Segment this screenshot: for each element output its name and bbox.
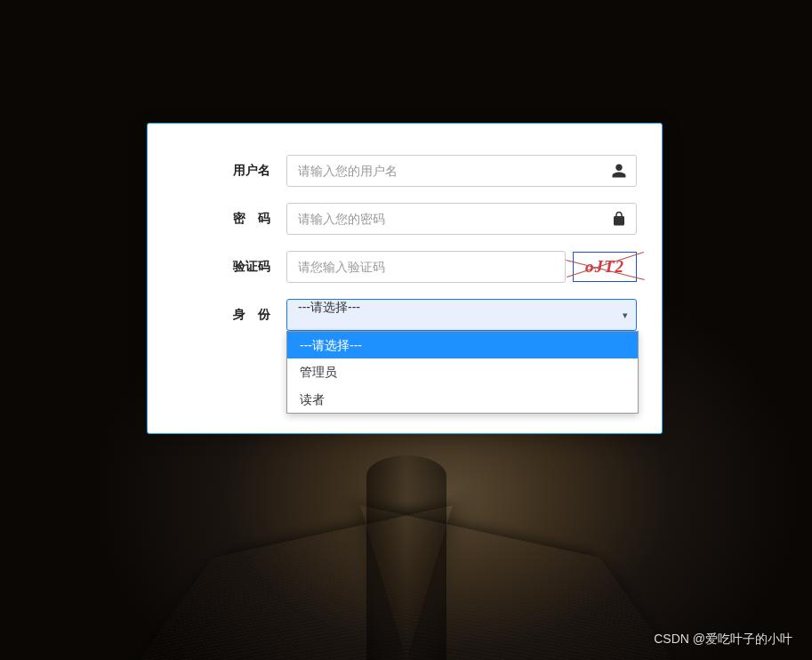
captcha-input[interactable] [286,251,566,283]
role-option-placeholder[interactable]: ---请选择--- [287,332,638,358]
book-spine [366,455,446,660]
role-dropdown: ---请选择--- 管理员 读者 [286,331,639,414]
captcha-wrap: oJT2 [286,251,637,283]
captcha-row: 验证码 oJT2 [173,251,637,283]
username-input-wrap [286,155,637,187]
captcha-label: 验证码 [173,259,286,275]
username-label: 用户名 [173,163,286,179]
password-input-wrap [286,203,637,235]
username-input[interactable] [286,155,637,187]
watermark: CSDN @爱吃叶子的小叶 [654,632,792,648]
password-label: 密 码 [173,211,286,227]
password-input[interactable] [286,203,637,235]
role-select[interactable]: ---请选择--- [286,299,637,331]
user-icon [610,162,628,180]
password-row: 密 码 [173,203,637,235]
role-option-reader[interactable]: 读者 [287,386,638,413]
login-panel: 用户名 密 码 验证码 o [147,123,663,434]
role-select-wrap: ---请选择--- ▾ ---请选择--- 管理员 读者 [286,299,637,331]
username-row: 用户名 [173,155,637,187]
lock-icon [610,210,628,228]
captcha-image[interactable]: oJT2 [573,252,637,282]
role-option-admin[interactable]: 管理员 [287,358,638,385]
role-row: 身 份 ---请选择--- ▾ ---请选择--- 管理员 读者 [173,299,637,331]
role-label: 身 份 [173,307,286,323]
